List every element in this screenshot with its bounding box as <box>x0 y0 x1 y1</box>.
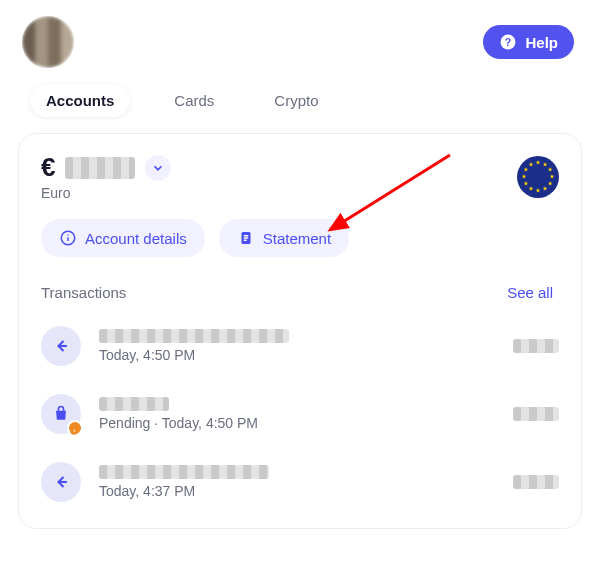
balance-value-redacted <box>65 157 135 179</box>
statement-icon <box>237 229 255 247</box>
transaction-row[interactable]: Today, 4:50 PM <box>41 312 559 380</box>
help-label: Help <box>525 34 558 51</box>
balance-amount: € <box>41 152 171 183</box>
svg-point-4 <box>67 234 69 236</box>
tab-crypto[interactable]: Crypto <box>258 84 334 117</box>
transaction-subline: Pending · Today, 4:50 PM <box>99 415 495 431</box>
arrow-left-icon <box>51 472 71 492</box>
transaction-amount-redacted <box>513 475 559 489</box>
tabs: Accounts Cards Crypto <box>0 76 600 129</box>
bag-icon <box>51 404 71 424</box>
statement-label: Statement <box>263 230 331 247</box>
account-details-label: Account details <box>85 230 187 247</box>
account-actions: Account details Statement <box>41 219 559 257</box>
eu-flag-icon <box>517 156 559 198</box>
arrow-left-icon <box>51 336 71 356</box>
help-button[interactable]: ? Help <box>483 25 574 59</box>
app-header: ? Help <box>0 0 600 76</box>
currency-symbol: € <box>41 152 55 183</box>
info-icon <box>59 229 77 247</box>
transaction-title-redacted <box>99 397 169 411</box>
transaction-row[interactable]: Today, 4:37 PM <box>41 448 559 516</box>
incoming-icon <box>41 462 81 502</box>
currency-name: Euro <box>41 185 171 201</box>
clock-icon <box>69 426 79 436</box>
account-details-button[interactable]: Account details <box>41 219 205 257</box>
balance-row: € Euro <box>41 152 559 201</box>
pending-badge <box>67 420 83 436</box>
see-all-button[interactable]: See all <box>501 283 559 302</box>
balance-dropdown-button[interactable] <box>145 155 171 181</box>
help-icon: ? <box>499 33 517 51</box>
transaction-amount-redacted <box>513 407 559 421</box>
avatar[interactable] <box>22 16 74 68</box>
transaction-title-redacted <box>99 329 289 343</box>
statement-button[interactable]: Statement <box>219 219 349 257</box>
svg-text:?: ? <box>505 36 511 48</box>
transaction-subline: Today, 4:50 PM <box>99 347 495 363</box>
transactions-title: Transactions <box>41 284 126 301</box>
incoming-icon <box>41 326 81 366</box>
tab-accounts[interactable]: Accounts <box>30 84 130 117</box>
transaction-title-redacted <box>99 465 269 479</box>
transaction-subline: Today, 4:37 PM <box>99 483 495 499</box>
transaction-row[interactable]: Pending · Today, 4:50 PM <box>41 380 559 448</box>
transactions-header: Transactions See all <box>41 283 559 302</box>
transaction-amount-redacted <box>513 339 559 353</box>
account-card: € Euro Account details <box>18 133 582 529</box>
chevron-down-icon <box>151 161 165 175</box>
tab-cards[interactable]: Cards <box>158 84 230 117</box>
purchase-icon <box>41 394 81 434</box>
